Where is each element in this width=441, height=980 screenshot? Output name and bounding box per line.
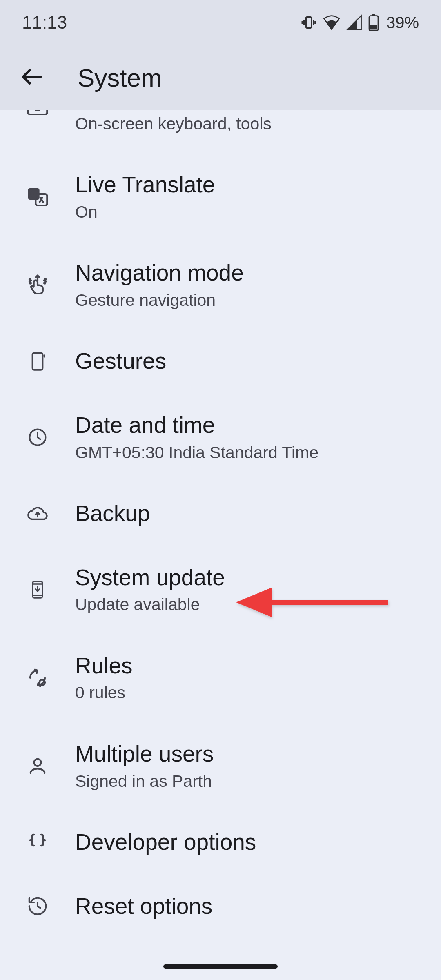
wifi-icon [323, 13, 341, 31]
page-title: System [78, 63, 162, 92]
item-developer-options-texts: Developer options [75, 828, 256, 856]
phone-download-icon [24, 577, 51, 603]
clock-icon [24, 424, 51, 450]
item-system-update[interactable]: System update Update available [0, 546, 441, 634]
status-time: 11:13 [22, 12, 67, 33]
code-braces-icon [24, 829, 51, 855]
item-date-time-texts: Date and time GMT+05:30 India Standard T… [75, 411, 318, 463]
item-subtitle: GMT+05:30 India Standard Time [75, 442, 318, 463]
phone-sparkle-icon [24, 348, 51, 374]
item-rules-texts: Rules 0 rules [75, 652, 133, 704]
back-button[interactable] [19, 64, 45, 91]
item-backup[interactable]: Backup [0, 481, 441, 546]
item-subtitle: Gesture navigation [75, 290, 244, 311]
item-title: Gestures [75, 347, 166, 375]
svg-point-8 [29, 279, 31, 280]
person-icon [24, 753, 51, 779]
item-backup-texts: Backup [75, 499, 150, 528]
item-multiple-users[interactable]: Multiple users Signed in as Parth [0, 722, 441, 810]
item-title: Multiple users [75, 740, 214, 768]
translate-icon: G [24, 184, 51, 210]
svg-rect-2 [372, 14, 375, 16]
vibrate-icon [301, 14, 317, 31]
item-title: Developer options [75, 828, 256, 856]
item-title: Reset options [75, 892, 212, 920]
item-title: Live Translate [75, 171, 215, 199]
item-system-update-texts: System update Update available [75, 564, 225, 616]
item-title: Date and time [75, 411, 318, 439]
item-live-translate-texts: Live Translate On [75, 171, 215, 223]
item-navigation-mode[interactable]: Navigation mode Gesture navigation [0, 241, 441, 329]
item-reset-options[interactable]: Reset options [0, 874, 441, 938]
item-keyboard-texts: Keyboard On-screen keyboard, tools [75, 110, 272, 135]
svg-point-16 [34, 759, 41, 766]
item-subtitle: On-screen keyboard, tools [75, 113, 272, 135]
svg-rect-12 [33, 353, 43, 370]
svg-point-9 [45, 279, 46, 280]
item-title: Keyboard [75, 110, 272, 111]
battery-percent: 39% [386, 13, 419, 32]
gesture-nav-bar[interactable] [163, 964, 278, 969]
item-navigation-mode-texts: Navigation mode Gesture navigation [75, 259, 244, 311]
rules-icon [24, 665, 51, 691]
settings-list[interactable]: Keyboard On-screen keyboard, tools G Liv… [0, 110, 441, 980]
item-subtitle: On [75, 201, 215, 223]
svg-rect-0 [306, 17, 311, 28]
svg-point-11 [44, 283, 45, 284]
item-subtitle: Signed in as Parth [75, 771, 214, 792]
cloud-upload-icon [24, 500, 51, 526]
item-live-translate[interactable]: G Live Translate On [0, 153, 441, 241]
item-subtitle: 0 rules [75, 682, 133, 704]
item-subtitle: Update available [75, 594, 225, 615]
item-title: System update [75, 564, 225, 592]
item-rules[interactable]: Rules 0 rules [0, 634, 441, 722]
status-bar: 11:13 39% [0, 0, 441, 45]
item-keyboard[interactable]: Keyboard On-screen keyboard, tools [0, 110, 441, 153]
cellular-icon [346, 14, 363, 31]
item-gestures-texts: Gestures [75, 347, 166, 375]
item-multiple-users-texts: Multiple users Signed in as Parth [75, 740, 214, 792]
item-date-time[interactable]: Date and time GMT+05:30 India Standard T… [0, 393, 441, 481]
swipe-icon [24, 272, 51, 298]
item-title: Backup [75, 499, 150, 528]
status-icons: 39% [301, 13, 419, 32]
keyboard-icon [24, 110, 51, 122]
item-reset-options-texts: Reset options [75, 892, 212, 920]
item-developer-options[interactable]: Developer options [0, 810, 441, 874]
svg-point-10 [30, 283, 31, 284]
app-bar: System [0, 45, 441, 110]
item-gestures[interactable]: Gestures [0, 329, 441, 393]
svg-rect-3 [370, 25, 377, 30]
item-title: Navigation mode [75, 259, 244, 287]
battery-icon [368, 13, 379, 31]
item-title: Rules [75, 652, 133, 680]
restore-icon [24, 893, 51, 919]
